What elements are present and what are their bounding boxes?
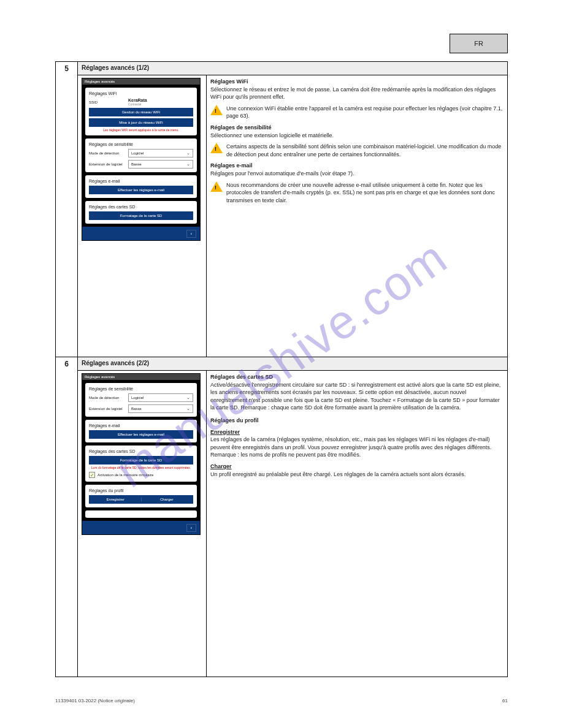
load-profile-button[interactable]: Charger (142, 498, 193, 501)
detect-mode-value-6: Logiciel (131, 396, 144, 400)
partial-card (85, 510, 197, 518)
ssid-label: SSID (89, 100, 126, 104)
sd-card-6: Réglages des cartes SD Formatage de la c… (85, 446, 197, 482)
step-5-screenshot: Réglages avancés Réglages WiFi SSID Kera… (78, 75, 207, 357)
step-6-heading: Réglages avancés (2/2) (78, 357, 508, 371)
email-title-6: Réglages e-mail (89, 423, 193, 428)
phone-mock-6: Réglages avancés Réglages de sensibilité… (82, 373, 201, 535)
sd-format-note: Lors du formatage de la carte SD, toutes… (89, 466, 193, 469)
ssid-value: KeraRata (128, 98, 147, 102)
desc-profile-title: Réglages du profil (210, 417, 259, 423)
page-footer: 11339401 03-2022 (Notice originale) 61 (55, 698, 508, 703)
manage-wifi-button[interactable]: Gestion du réseau WiFi (89, 108, 193, 116)
ssid-status: Connecté (128, 102, 147, 106)
step-5-description: Réglages WiFi Sélectionnez le réseau et … (207, 75, 508, 357)
desc-sd-text: Active/désactive l'enregistrement circul… (210, 381, 504, 412)
warning-2-text: Certains aspects de la sensibilité sont … (226, 143, 504, 158)
circular-memory-checkbox[interactable]: ✓ (89, 472, 95, 478)
step-6-description: Réglages des cartes SD Active/désactive … (207, 371, 508, 677)
detect-mode-value: Logiciel (131, 151, 144, 155)
software-ext-select[interactable]: Basse ⌄ (128, 160, 193, 169)
desc-email-text: Réglages pour l'envoi automatique d'e-ma… (210, 170, 504, 178)
detect-mode-select-6[interactable]: Logiciel ⌄ (128, 393, 193, 402)
footer-right: 61 (502, 698, 508, 703)
email-card: Réglages e-mail Effectuer les réglages e… (85, 175, 197, 198)
back-icon[interactable]: ‹ (186, 230, 196, 238)
desc-load-text: Un profil enregistré au préalable peut ê… (210, 471, 504, 479)
sd-title: Réglages des cartes SD (89, 205, 193, 209)
step-5-heading: Réglages avancés (1/2) (78, 62, 508, 75)
format-sd-button[interactable]: Formatage de la carte SD (89, 211, 193, 220)
desc-load-title: Charger (210, 463, 232, 469)
chevron-down-icon: ⌄ (186, 406, 190, 411)
steps-table: 5 Réglages avancés (1/2) Réglages avancé… (55, 61, 508, 677)
step-5-number: 5 (56, 62, 78, 357)
app-header: Réglages avancés (82, 374, 200, 380)
warning-1-text: Une connexion WiFi établie entre l'appar… (226, 105, 504, 120)
chevron-down-icon: ⌄ (186, 151, 190, 156)
desc-email-title: Réglages e-mail (210, 162, 253, 169)
desc-sens-text: Sélectionnez une extension logicielle et… (210, 132, 504, 140)
email-settings-button[interactable]: Effectuer les réglages e-mail (89, 186, 193, 194)
detect-mode-select[interactable]: Logiciel ⌄ (128, 149, 193, 157)
software-ext-label: Extension de logiciel (89, 162, 126, 166)
software-ext-value-6: Basse (131, 407, 142, 411)
app-header: Réglages avancés (82, 78, 200, 85)
warning-icon (210, 181, 223, 192)
detect-mode-label-6: Mode de détection (89, 396, 126, 400)
sens-title-6: Réglages de sensibilité (89, 387, 193, 391)
email-settings-button-6[interactable]: Effectuer les réglages e-mail (89, 430, 193, 439)
chevron-down-icon: ⌄ (186, 162, 190, 167)
sensitivity-card: Réglages de sensibilité Mode de détectio… (85, 138, 197, 172)
desc-save-title: Enregistrer (210, 429, 240, 435)
chevron-down-icon: ⌄ (186, 395, 190, 400)
software-ext-select-6[interactable]: Basse ⌄ (128, 404, 193, 413)
profile-buttons: Enregistrer Charger (89, 495, 193, 504)
phone-mock-5: Réglages avancés Réglages WiFi SSID Kera… (82, 78, 201, 241)
desc-sens-title: Réglages de sensibilité (210, 124, 272, 131)
bottom-nav: ‹ (82, 227, 200, 240)
desc-wifi-text: Sélectionnez le réseau et entrez le mot … (210, 86, 504, 101)
save-profile-button[interactable]: Enregistrer (90, 498, 142, 501)
email-card-6: Réglages e-mail Effectuer les réglages e… (85, 420, 197, 442)
warning-icon (210, 105, 223, 115)
warning-icon (210, 143, 223, 153)
circular-memory-label: Activation de la mémoire circulaire (98, 473, 153, 477)
back-icon[interactable]: ‹ (186, 524, 196, 532)
desc-wifi-title: Réglages WiFi (210, 78, 248, 85)
profile-title: Réglages du profil (89, 488, 193, 493)
wifi-settings-card: Réglages WiFi SSID KeraRata Connecté Ges… (85, 88, 197, 135)
sd-card: Réglages des cartes SD Formatage de la c… (85, 201, 197, 224)
language-badge: FR (450, 34, 508, 53)
sensitivity-card-6: Réglages de sensibilité Mode de détectio… (85, 383, 197, 417)
software-ext-label-6: Extension de logiciel (89, 407, 126, 411)
software-ext-value: Basse (131, 162, 142, 166)
format-sd-button-6[interactable]: Formatage de la carte SD (89, 456, 193, 464)
email-title: Réglages e-mail (89, 179, 193, 183)
desc-save-text: Les réglages de la caméra (réglages syst… (210, 436, 504, 459)
footer-left: 11339401 03-2022 (Notice originale) (55, 698, 135, 703)
sd-title-6: Réglages des cartes SD (89, 449, 193, 453)
wifi-note: Les réglages WiFi seront appliqués à la … (89, 128, 193, 132)
desc-sd-title: Réglages des cartes SD (210, 374, 273, 380)
step-6-screenshot: Réglages avancés Réglages de sensibilité… (78, 371, 207, 677)
wifi-title: Réglages WiFi (89, 91, 193, 96)
detect-mode-label: Mode de détection (89, 151, 126, 155)
bottom-nav-6: ‹ (82, 521, 200, 534)
step-6-number: 6 (56, 357, 78, 677)
profile-card: Réglages du profil Enregistrer Charger (85, 485, 197, 507)
update-wifi-button[interactable]: Mise à jour du réseau WiFi (89, 118, 193, 127)
warning-3-text: Nous recommandons de créer une nouvelle … (226, 181, 504, 205)
sens-title: Réglages de sensibilité (89, 142, 193, 146)
